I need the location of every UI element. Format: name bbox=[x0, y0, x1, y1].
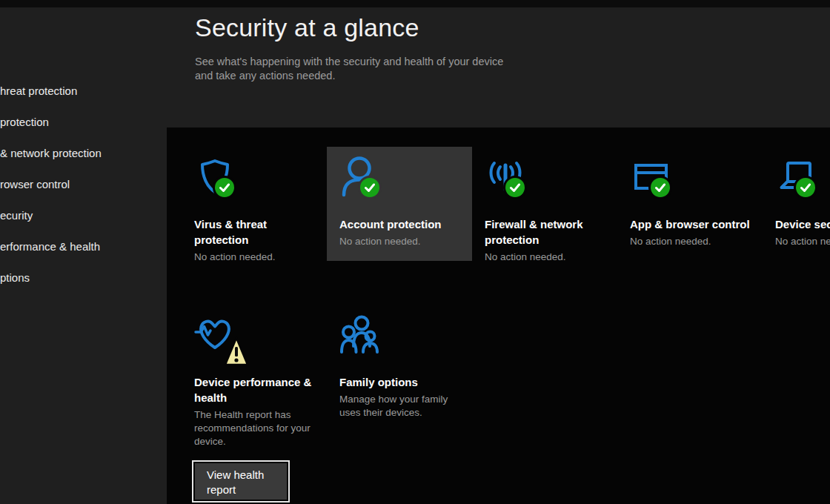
check-badge-icon bbox=[651, 178, 670, 197]
shield-icon bbox=[194, 156, 236, 197]
tile-status: Manage how your family uses their device… bbox=[339, 393, 460, 420]
tile-virus-threat-protection[interactable]: Virus & threat protection No action need… bbox=[182, 147, 327, 261]
sidebar-item-family-options[interactable]: ptions bbox=[0, 271, 170, 285]
view-health-report-button[interactable]: View health report bbox=[192, 460, 290, 503]
tile-status: No action needed. bbox=[194, 251, 315, 264]
tile-title: Device performance & health bbox=[194, 374, 315, 405]
sidebar-item-app-browser-control[interactable]: rowser control bbox=[0, 177, 170, 192]
check-badge-icon bbox=[360, 178, 379, 197]
browser-window-icon bbox=[630, 156, 671, 197]
page-title: Security at a glance bbox=[195, 13, 419, 42]
warning-badge-icon bbox=[224, 336, 249, 366]
tile-title: Family options bbox=[339, 374, 460, 390]
tile-status: No action needed. bbox=[775, 235, 830, 248]
tile-status: No action needed. bbox=[339, 235, 460, 248]
sidebar-item-account-protection[interactable]: protection bbox=[0, 115, 170, 130]
family-icon bbox=[339, 314, 381, 355]
page-subtitle: See what's happening with the security a… bbox=[195, 55, 518, 83]
tile-title: Firewall & network protection bbox=[485, 216, 605, 248]
sidebar: hreat protection protection & network pr… bbox=[0, 84, 170, 302]
check-badge-icon bbox=[796, 178, 815, 197]
tile-device-security[interactable]: Device security No action needed. bbox=[763, 147, 830, 261]
person-icon bbox=[339, 156, 381, 197]
sidebar-item-virus-threat-protection[interactable]: hreat protection bbox=[0, 84, 170, 99]
tile-title: Device security bbox=[775, 216, 830, 232]
tile-status: The Health report has recommendations fo… bbox=[194, 408, 315, 448]
tile-title: Account protection bbox=[339, 216, 460, 232]
content-pane: Virus & threat protection No action need… bbox=[167, 127, 830, 504]
sidebar-item-device-security[interactable]: ecurity bbox=[0, 208, 170, 223]
tile-firewall-network-protection[interactable]: Firewall & network protection No action … bbox=[472, 147, 617, 261]
check-badge-icon bbox=[215, 178, 234, 197]
tile-device-performance-health[interactable]: Device performance & health The Health r… bbox=[182, 305, 327, 504]
tile-family-options[interactable]: Family options Manage how your family us… bbox=[327, 305, 472, 504]
tile-title: Virus & threat protection bbox=[194, 216, 315, 248]
tile-status: No action needed. bbox=[485, 251, 605, 264]
heart-pulse-icon bbox=[194, 314, 236, 355]
network-antenna-icon bbox=[485, 156, 526, 197]
tile-title: App & browser control bbox=[630, 216, 751, 232]
tile-app-browser-control[interactable]: App & browser control No action needed. bbox=[617, 147, 763, 261]
tile-status: No action needed. bbox=[630, 235, 751, 248]
top-window-strip bbox=[0, 0, 830, 7]
tile-account-protection[interactable]: Account protection No action needed. bbox=[327, 147, 472, 261]
laptop-icon bbox=[775, 156, 817, 197]
sidebar-item-device-performance-health[interactable]: erformance & health bbox=[0, 239, 170, 254]
check-badge-icon bbox=[505, 178, 525, 197]
sidebar-item-firewall-network-protection[interactable]: & network protection bbox=[0, 146, 170, 161]
